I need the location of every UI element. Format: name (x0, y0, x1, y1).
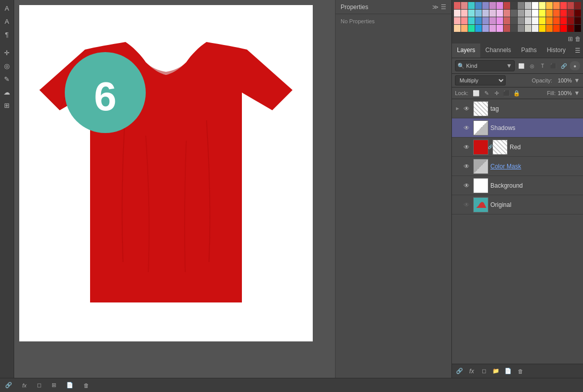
swatch[interactable] (489, 2, 496, 9)
status-mask[interactable]: ◻ (37, 382, 41, 388)
swatch[interactable] (461, 25, 468, 32)
swatch[interactable] (511, 10, 517, 17)
lock-position-icon[interactable]: ✎ (482, 89, 490, 97)
fill-arrow-icon[interactable]: ▼ (574, 90, 580, 97)
swatch[interactable] (496, 10, 503, 17)
filter-smart-icon[interactable]: 🔗 (559, 61, 568, 70)
swatch[interactable] (496, 25, 503, 32)
swatch[interactable] (574, 10, 581, 17)
expand-icon[interactable]: ▶ (455, 106, 460, 111)
status-document[interactable]: 📄 (66, 382, 73, 388)
status-trash[interactable]: 🗑 (84, 382, 89, 388)
swatch[interactable] (454, 10, 461, 17)
swatch[interactable] (539, 25, 546, 32)
swatch[interactable] (461, 2, 468, 9)
swatch[interactable] (489, 17, 496, 24)
swatch[interactable] (518, 17, 524, 24)
swatch[interactable] (567, 25, 574, 32)
swatch[interactable] (496, 2, 503, 9)
swatch-delete-icon[interactable]: 🗑 (575, 35, 581, 42)
swatch[interactable] (482, 17, 489, 24)
tool-para[interactable]: ¶ (1, 28, 13, 40)
swatch[interactable] (518, 2, 524, 9)
layer-new-icon[interactable]: 📄 (504, 367, 513, 376)
layer-link-bottom-icon[interactable]: 🔗 (455, 367, 464, 376)
layer-item-original[interactable]: 👁 Original (452, 195, 583, 214)
layer-delete-icon[interactable]: 🗑 (516, 367, 525, 376)
tab-layers[interactable]: Layers (452, 43, 480, 58)
swatch[interactable] (511, 2, 517, 9)
visibility-toggle-color-mask[interactable]: 👁 (462, 162, 471, 171)
swatch[interactable] (560, 17, 567, 24)
filter-type-icon[interactable]: T (538, 61, 547, 70)
filter-adjustment-icon[interactable]: ◎ (527, 61, 536, 70)
swatch[interactable] (461, 17, 468, 24)
swatch[interactable] (525, 10, 531, 17)
swatch[interactable] (454, 2, 461, 9)
swatch[interactable] (546, 10, 553, 17)
swatch[interactable] (511, 17, 517, 24)
tool-text[interactable]: A (1, 2, 13, 14)
swatch[interactable] (504, 2, 510, 9)
swatch[interactable] (518, 25, 524, 32)
swatch[interactable] (496, 17, 503, 24)
layer-fx-icon[interactable]: fx (467, 367, 476, 376)
swatch[interactable] (489, 25, 496, 32)
swatch[interactable] (482, 25, 489, 32)
swatch[interactable] (518, 10, 524, 17)
lock-artboard-icon[interactable]: ✛ (492, 89, 501, 97)
swatch[interactable] (574, 17, 581, 24)
swatch[interactable] (504, 25, 510, 32)
swatch[interactable] (560, 25, 567, 32)
swatch[interactable] (553, 17, 560, 24)
swatch[interactable] (525, 17, 531, 24)
swatch[interactable] (567, 17, 574, 24)
swatch[interactable] (482, 10, 489, 17)
swatch[interactable] (454, 17, 461, 24)
swatch[interactable] (525, 25, 531, 32)
swatch[interactable] (468, 25, 475, 32)
swatch[interactable] (539, 2, 546, 9)
visibility-toggle-background[interactable]: 👁 (462, 181, 471, 190)
status-fx[interactable]: fx (22, 382, 27, 388)
tool-brush[interactable]: ✎ (1, 73, 13, 85)
swatch[interactable] (532, 25, 538, 32)
swatch[interactable] (511, 25, 517, 32)
properties-menu-icon[interactable]: ☰ (441, 4, 446, 11)
status-paths[interactable]: ⊞ (52, 382, 56, 388)
swatch[interactable] (560, 2, 567, 9)
swatch[interactable] (504, 10, 510, 17)
opacity-arrow-icon[interactable]: ▼ (574, 77, 580, 84)
blend-mode-select[interactable]: Multiply Normal Screen Overlay (455, 75, 506, 85)
panel-menu-icon[interactable]: ☰ (571, 45, 583, 56)
swatch[interactable] (574, 25, 581, 32)
swatch[interactable] (475, 10, 482, 17)
filter-shape-icon[interactable]: ⬛ (549, 61, 558, 70)
swatch[interactable] (475, 25, 482, 32)
visibility-toggle-red[interactable]: 👁 (462, 143, 471, 152)
swatch[interactable] (567, 10, 574, 17)
swatch[interactable] (553, 25, 560, 32)
swatch[interactable] (560, 10, 567, 17)
swatch[interactable] (504, 17, 510, 24)
tab-channels[interactable]: Channels (480, 43, 516, 58)
swatch[interactable] (532, 2, 538, 9)
swatch[interactable] (567, 2, 574, 9)
swatch[interactable] (546, 2, 553, 9)
visibility-toggle-tag[interactable]: 👁 (462, 104, 471, 113)
tab-history[interactable]: History (542, 43, 570, 58)
swatch[interactable] (525, 2, 531, 9)
swatch[interactable] (539, 17, 546, 24)
layer-group-icon[interactable]: 📁 (491, 367, 501, 376)
tool-move[interactable]: ✛ (1, 47, 13, 59)
lock-resize-icon[interactable]: ⬛ (503, 89, 511, 97)
layer-item-tag[interactable]: ▶ 👁 tag (452, 99, 583, 118)
swatch[interactable] (539, 10, 546, 17)
swatch[interactable] (546, 25, 553, 32)
swatch[interactable] (489, 10, 496, 17)
filter-toggle[interactable]: ● (570, 61, 580, 70)
tab-paths[interactable]: Paths (516, 43, 542, 58)
layer-mask-icon[interactable]: ◻ (479, 367, 488, 376)
layer-search-box[interactable]: 🔍 Kind ▼ (455, 60, 515, 71)
lock-all-icon[interactable]: 🔒 (513, 89, 521, 97)
